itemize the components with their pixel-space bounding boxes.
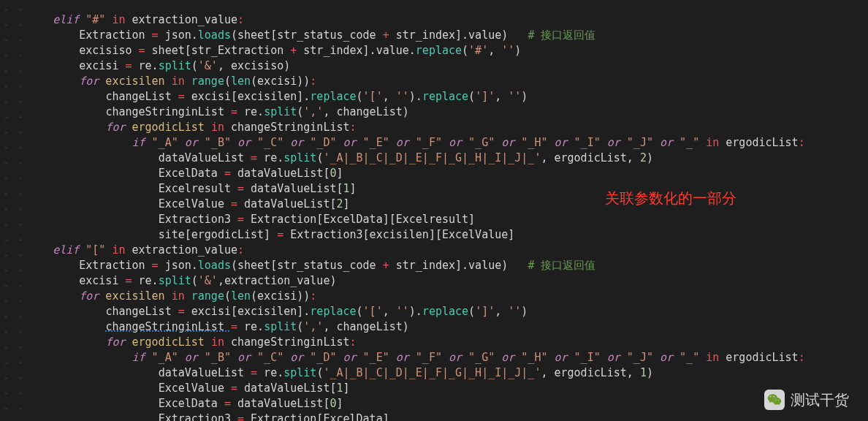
code-line[interactable]: changeList = excisi[excisilen].replace('… (26, 304, 868, 319)
gutter-fold-marker[interactable]: ▸◂ (0, 17, 26, 32)
gutter-fold-marker[interactable]: ▸◂ (0, 247, 26, 262)
code-line[interactable]: excisi = re.split('&',extraction_value) (26, 273, 868, 289)
code-line[interactable]: Excelresult = dataValueList[1] (26, 181, 868, 197)
code-line[interactable]: for excisilen in range(len(excisi)): (26, 74, 868, 89)
gutter-fold-marker[interactable]: ▸◂ (0, 1, 26, 17)
gutter-fold-marker[interactable]: ▸◂ (0, 232, 26, 247)
gutter-fold-marker[interactable]: ▸◂ (0, 216, 26, 232)
overlay-annotation: 关联参数化的一部分 (605, 189, 736, 208)
code-line[interactable]: for ergodicList in changeStringinList: (26, 335, 868, 350)
code-line[interactable]: Extraction3 = Extraction[ExcelData] (26, 411, 868, 421)
code-line[interactable]: if "_A" or "_B" or "_C" or "_D" or "_E" … (26, 135, 868, 151)
gutter-fold-marker[interactable]: ▸◂ (0, 186, 26, 201)
gutter-fold-marker[interactable]: ▸◂ (0, 48, 26, 63)
watermark-text: 测试干货 (791, 390, 849, 410)
gutter-fold-marker[interactable]: ▸◂ (0, 308, 26, 324)
code-line[interactable]: if "_A" or "_B" or "_C" or "_D" or "_E" … (26, 350, 868, 365)
gutter-fold-marker[interactable]: ▸◂ (0, 354, 26, 370)
gutter-fold-marker[interactable]: ▸◂ (0, 385, 26, 401)
gutter-fold-marker[interactable]: ▸◂ (0, 293, 26, 308)
gutter-fold-marker[interactable]: ▸◂ (0, 140, 26, 155)
code-line[interactable]: ExcelValue = dataValueList[2] (26, 197, 868, 212)
gutter-fold-marker[interactable]: ▸◂ (0, 63, 26, 78)
gutter-fold-marker[interactable]: ▸◂ (0, 201, 26, 216)
gutter-fold-marker[interactable]: ▸◂ (0, 324, 26, 339)
gutter-fold-marker[interactable]: ▸◂ (0, 401, 26, 416)
code-line[interactable]: changeStringinList = re.split(',', chang… (26, 105, 868, 120)
code-line[interactable]: Extraction = json.loads(sheet[str_status… (26, 28, 868, 43)
code-line[interactable]: elif "#" in extraction_value: (26, 12, 868, 28)
gutter-fold-marker[interactable]: ▸◂ (0, 155, 26, 170)
code-line[interactable]: changeStringinList = re.split(',', chang… (26, 319, 868, 335)
code-line[interactable]: for excisilen in range(len(excisi)): (26, 289, 868, 304)
code-line[interactable]: dataValueList = re.split('_A|_B|_C|_D|_E… (26, 151, 868, 166)
code-line[interactable]: excisi = re.split('&', excisiso) (26, 58, 868, 74)
gutter-fold-marker[interactable]: ▸◂ (0, 278, 26, 293)
code-line[interactable]: ExcelData = dataValueList[0] (26, 396, 868, 411)
code-line[interactable]: for ergodicList in changeStringinList: (26, 120, 868, 135)
gutter-fold-marker[interactable]: ▸◂ (0, 370, 26, 385)
wechat-icon (764, 390, 785, 410)
code-editor-content[interactable]: elif "#" in extraction_value: Extraction… (26, 12, 868, 421)
watermark: 测试干货 (764, 390, 849, 410)
gutter-fold-marker[interactable]: ▸◂ (0, 78, 26, 94)
code-line[interactable]: ExcelData = dataValueList[0] (26, 166, 868, 181)
gutter-fold-marker[interactable]: ▸◂ (0, 109, 26, 124)
code-line[interactable]: dataValueList = re.split('_A|_B|_C|_D|_E… (26, 365, 868, 381)
gutter-fold-marker[interactable]: ▸◂ (0, 339, 26, 354)
gutter-fold-marker[interactable]: ▸◂ (0, 262, 26, 278)
gutter-fold-marker[interactable]: ▸◂ (0, 170, 26, 186)
code-line[interactable]: changeList = excisi[excisilen].replace('… (26, 89, 868, 105)
code-line[interactable]: site[ergodicList] = Extraction3[excisile… (26, 227, 868, 243)
code-line[interactable]: Extraction3 = Extraction[ExcelData][Exce… (26, 212, 868, 227)
code-line[interactable]: elif "[" in extraction_value: (26, 243, 868, 258)
gutter-fold-marker[interactable]: ▸◂ (0, 32, 26, 48)
code-line[interactable]: excisiso = sheet[str_Extraction + str_in… (26, 43, 868, 58)
gutter-fold-marker[interactable]: ▸◂ (0, 124, 26, 140)
editor-gutter: ▸◂▸◂▸◂▸◂▸◂▸◂▸◂▸◂▸◂▸◂▸◂▸◂▸◂▸◂▸◂▸◂▸◂▸◂▸◂▸◂… (0, 0, 26, 421)
code-line[interactable]: Extraction = json.loads(sheet[str_status… (26, 258, 868, 273)
code-line[interactable]: ExcelValue = dataValueList[1] (26, 381, 868, 396)
gutter-fold-marker[interactable]: ▸◂ (0, 94, 26, 109)
